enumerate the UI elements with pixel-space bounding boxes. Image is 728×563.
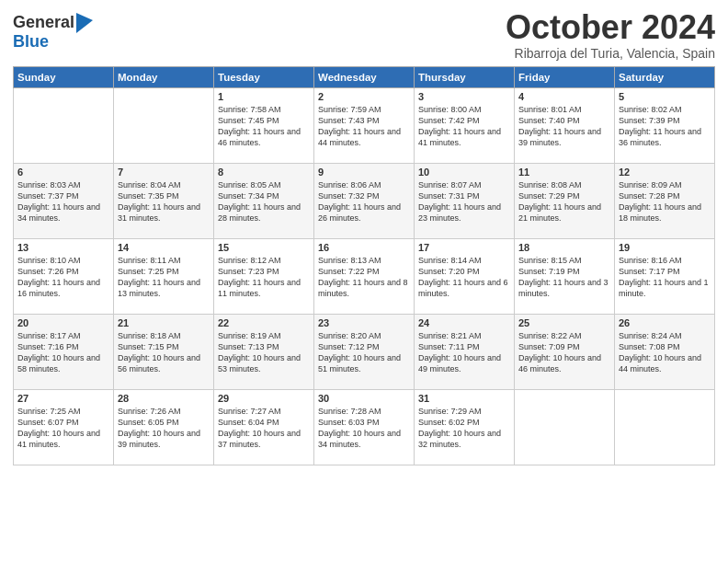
day-info: Sunrise: 7:29 AMSunset: 6:02 PMDaylight:… xyxy=(418,406,510,451)
day-info: Sunrise: 8:13 AMSunset: 7:22 PMDaylight:… xyxy=(318,255,410,300)
header-monday: Monday xyxy=(114,66,214,87)
calendar-cell: 12Sunrise: 8:09 AMSunset: 7:28 PMDayligh… xyxy=(615,163,715,238)
day-info: Sunrise: 8:16 AMSunset: 7:17 PMDaylight:… xyxy=(619,255,711,300)
day-number: 4 xyxy=(518,91,610,102)
calendar-cell: 6Sunrise: 8:03 AMSunset: 7:37 PMDaylight… xyxy=(14,163,114,238)
day-number: 27 xyxy=(17,393,109,404)
header-thursday: Thursday xyxy=(415,66,515,87)
day-info: Sunrise: 8:18 AMSunset: 7:15 PMDaylight:… xyxy=(118,330,210,375)
calendar-cell: 9Sunrise: 8:06 AMSunset: 7:32 PMDaylight… xyxy=(314,163,415,238)
day-number: 25 xyxy=(518,317,610,328)
header: General Blue October 2024 Ribarroja del … xyxy=(13,9,715,61)
calendar-cell: 21Sunrise: 8:18 AMSunset: 7:15 PMDayligh… xyxy=(114,314,214,389)
calendar-cell: 1Sunrise: 7:58 AMSunset: 7:45 PMDaylight… xyxy=(214,87,314,163)
calendar-cell: 30Sunrise: 7:28 AMSunset: 6:03 PMDayligh… xyxy=(314,389,415,465)
calendar-cell: 25Sunrise: 8:22 AMSunset: 7:09 PMDayligh… xyxy=(515,314,615,389)
title-block: October 2024 Ribarroja del Turia, Valenc… xyxy=(506,9,715,61)
day-number: 31 xyxy=(418,393,510,404)
calendar-cell: 5Sunrise: 8:02 AMSunset: 7:39 PMDaylight… xyxy=(615,87,715,163)
day-number: 23 xyxy=(318,317,410,328)
day-number: 17 xyxy=(418,242,510,253)
day-info: Sunrise: 8:22 AMSunset: 7:09 PMDaylight:… xyxy=(518,330,610,375)
calendar-cell: 14Sunrise: 8:11 AMSunset: 7:25 PMDayligh… xyxy=(114,238,214,314)
calendar-cell: 31Sunrise: 7:29 AMSunset: 6:02 PMDayligh… xyxy=(415,389,515,465)
day-number: 6 xyxy=(17,167,109,178)
day-number: 22 xyxy=(218,317,310,328)
calendar-cell: 29Sunrise: 7:27 AMSunset: 6:04 PMDayligh… xyxy=(214,389,314,465)
calendar-cell: 17Sunrise: 8:14 AMSunset: 7:20 PMDayligh… xyxy=(415,238,515,314)
day-number: 18 xyxy=(518,242,610,253)
calendar-week-3: 13Sunrise: 8:10 AMSunset: 7:26 PMDayligh… xyxy=(14,238,715,314)
day-info: Sunrise: 8:01 AMSunset: 7:40 PMDaylight:… xyxy=(518,104,610,149)
calendar-cell xyxy=(114,87,214,163)
calendar-cell xyxy=(14,87,114,163)
day-number: 3 xyxy=(418,91,510,102)
calendar-cell: 24Sunrise: 8:21 AMSunset: 7:11 PMDayligh… xyxy=(415,314,515,389)
calendar-cell: 7Sunrise: 8:04 AMSunset: 7:35 PMDaylight… xyxy=(114,163,214,238)
calendar-cell: 19Sunrise: 8:16 AMSunset: 7:17 PMDayligh… xyxy=(615,238,715,314)
day-number: 9 xyxy=(318,167,410,178)
day-number: 5 xyxy=(619,91,711,102)
day-info: Sunrise: 7:25 AMSunset: 6:07 PMDaylight:… xyxy=(17,406,109,451)
day-info: Sunrise: 8:15 AMSunset: 7:19 PMDaylight:… xyxy=(518,255,610,300)
day-number: 14 xyxy=(118,242,210,253)
calendar-table: Sunday Monday Tuesday Wednesday Thursday… xyxy=(13,66,715,465)
day-number: 21 xyxy=(118,317,210,328)
header-wednesday: Wednesday xyxy=(314,66,415,87)
calendar-cell: 2Sunrise: 7:59 AMSunset: 7:43 PMDaylight… xyxy=(314,87,415,163)
day-info: Sunrise: 8:17 AMSunset: 7:16 PMDaylight:… xyxy=(17,330,109,375)
day-info: Sunrise: 7:28 AMSunset: 6:03 PMDaylight:… xyxy=(318,406,410,451)
calendar-cell: 22Sunrise: 8:19 AMSunset: 7:13 PMDayligh… xyxy=(214,314,314,389)
header-tuesday: Tuesday xyxy=(214,66,314,87)
day-info: Sunrise: 8:21 AMSunset: 7:11 PMDaylight:… xyxy=(418,330,510,375)
day-number: 11 xyxy=(518,167,610,178)
day-info: Sunrise: 8:06 AMSunset: 7:32 PMDaylight:… xyxy=(318,179,410,224)
day-info: Sunrise: 8:20 AMSunset: 7:12 PMDaylight:… xyxy=(318,330,410,375)
logo: General Blue xyxy=(13,13,93,52)
day-info: Sunrise: 8:24 AMSunset: 7:08 PMDaylight:… xyxy=(619,330,711,375)
logo-general-text: General xyxy=(13,14,74,32)
day-info: Sunrise: 8:19 AMSunset: 7:13 PMDaylight:… xyxy=(218,330,310,375)
header-friday: Friday xyxy=(515,66,615,87)
day-info: Sunrise: 8:02 AMSunset: 7:39 PMDaylight:… xyxy=(619,104,711,149)
day-info: Sunrise: 8:04 AMSunset: 7:35 PMDaylight:… xyxy=(118,179,210,224)
calendar-cell: 8Sunrise: 8:05 AMSunset: 7:34 PMDaylight… xyxy=(214,163,314,238)
calendar-cell: 28Sunrise: 7:26 AMSunset: 6:05 PMDayligh… xyxy=(114,389,214,465)
calendar-cell: 27Sunrise: 7:25 AMSunset: 6:07 PMDayligh… xyxy=(14,389,114,465)
calendar-week-1: 1Sunrise: 7:58 AMSunset: 7:45 PMDaylight… xyxy=(14,87,715,163)
day-number: 1 xyxy=(218,91,310,102)
day-number: 19 xyxy=(619,242,711,253)
day-info: Sunrise: 7:26 AMSunset: 6:05 PMDaylight:… xyxy=(118,406,210,451)
location-subtitle: Ribarroja del Turia, Valencia, Spain xyxy=(506,46,715,61)
day-number: 20 xyxy=(17,317,109,328)
calendar-cell: 15Sunrise: 8:12 AMSunset: 7:23 PMDayligh… xyxy=(214,238,314,314)
day-info: Sunrise: 8:09 AMSunset: 7:28 PMDaylight:… xyxy=(619,179,711,224)
calendar-cell: 10Sunrise: 8:07 AMSunset: 7:31 PMDayligh… xyxy=(415,163,515,238)
day-info: Sunrise: 7:58 AMSunset: 7:45 PMDaylight:… xyxy=(218,104,310,149)
header-sunday: Sunday xyxy=(14,66,114,87)
day-info: Sunrise: 8:03 AMSunset: 7:37 PMDaylight:… xyxy=(17,179,109,224)
calendar-cell: 26Sunrise: 8:24 AMSunset: 7:08 PMDayligh… xyxy=(615,314,715,389)
calendar-week-2: 6Sunrise: 8:03 AMSunset: 7:37 PMDaylight… xyxy=(14,163,715,238)
day-number: 24 xyxy=(418,317,510,328)
day-number: 8 xyxy=(218,167,310,178)
day-info: Sunrise: 7:27 AMSunset: 6:04 PMDaylight:… xyxy=(218,406,310,451)
day-info: Sunrise: 8:12 AMSunset: 7:23 PMDaylight:… xyxy=(218,255,310,300)
calendar-header-row: Sunday Monday Tuesday Wednesday Thursday… xyxy=(14,66,715,87)
month-title: October 2024 xyxy=(506,9,715,46)
calendar-cell xyxy=(615,389,715,465)
calendar-cell: 3Sunrise: 8:00 AMSunset: 7:42 PMDaylight… xyxy=(415,87,515,163)
day-info: Sunrise: 8:11 AMSunset: 7:25 PMDaylight:… xyxy=(118,255,210,300)
calendar-week-5: 27Sunrise: 7:25 AMSunset: 6:07 PMDayligh… xyxy=(14,389,715,465)
calendar-cell: 4Sunrise: 8:01 AMSunset: 7:40 PMDaylight… xyxy=(515,87,615,163)
calendar-cell: 11Sunrise: 8:08 AMSunset: 7:29 PMDayligh… xyxy=(515,163,615,238)
day-number: 30 xyxy=(318,393,410,404)
day-number: 28 xyxy=(118,393,210,404)
calendar-cell: 23Sunrise: 8:20 AMSunset: 7:12 PMDayligh… xyxy=(314,314,415,389)
svg-marker-0 xyxy=(76,13,93,33)
logo-icon xyxy=(76,13,93,33)
calendar-cell: 13Sunrise: 8:10 AMSunset: 7:26 PMDayligh… xyxy=(14,238,114,314)
calendar-cell: 16Sunrise: 8:13 AMSunset: 7:22 PMDayligh… xyxy=(314,238,415,314)
day-info: Sunrise: 8:05 AMSunset: 7:34 PMDaylight:… xyxy=(218,179,310,224)
day-number: 10 xyxy=(418,167,510,178)
